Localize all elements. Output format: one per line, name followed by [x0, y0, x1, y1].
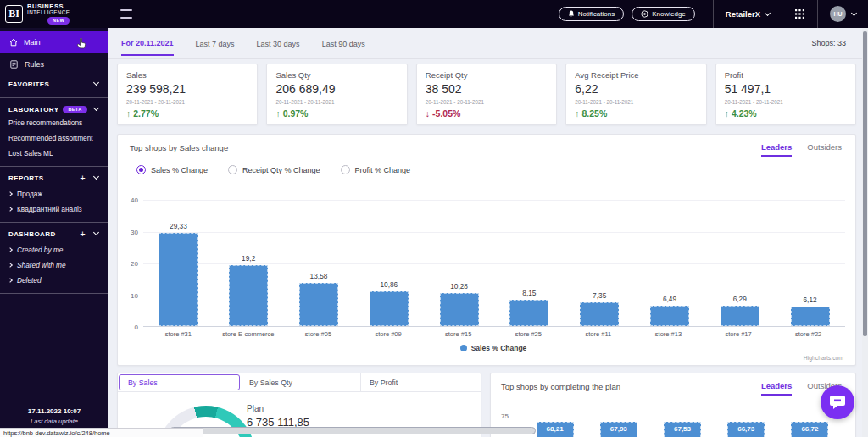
bar[interactable]	[229, 265, 268, 326]
chat-widget-button[interactable]	[821, 385, 854, 419]
horizontal-scrollbar[interactable]	[170, 427, 536, 434]
sales-change-chart-card: Top shops by Sales change Leaders Outsid…	[117, 134, 856, 366]
leaders-outsiders-tabs: Leaders Outsiders	[761, 142, 842, 157]
x-axis-label[interactable]: store E-commerce	[214, 330, 284, 338]
bar[interactable]: 66,73	[727, 422, 765, 437]
sidebar-item-quadrant-analysis[interactable]: Квадрантний аналіз	[0, 203, 108, 215]
sidebar-item-sales-report[interactable]: Продаж	[0, 188, 108, 200]
radio-label: Profit % Change	[355, 166, 411, 174]
x-axis-label[interactable]: store #31	[143, 330, 214, 338]
sidebar-section-reports[interactable]: REPORTS +	[0, 170, 108, 185]
bar-group[interactable]: 19,2	[214, 199, 284, 326]
radio-sales-pct-change[interactable]: Sales % Change	[136, 165, 208, 174]
radio-selected-icon	[136, 165, 146, 174]
kpi-card-profit[interactable]: Profit 51 497,1 20-11-2021 - 20-11-2021 …	[715, 64, 856, 125]
kpi-card-sales[interactable]: Sales 239 598,21 20-11-2021 - 20-11-2021…	[117, 64, 258, 125]
vertical-scrollbar-track[interactable]	[862, 28, 868, 437]
kpi-card-receipt-qty[interactable]: Receipt Qty 38 502 20-11-2021 - 20-11-20…	[416, 64, 557, 125]
bar-group[interactable]: 29,33	[143, 199, 214, 326]
menu-toggle-icon[interactable]	[120, 9, 132, 19]
app-logo[interactable]: BI BUSINESS INTELLIGENCE NEW	[0, 0, 108, 28]
notifications-button[interactable]: Notifications	[559, 7, 625, 21]
tab-by-profit[interactable]: By Profit	[361, 373, 481, 391]
metric-radio-group: Sales % Change Receipt Qty % Change Prof…	[136, 165, 410, 174]
x-axis-label[interactable]: store #25	[493, 330, 564, 338]
sidebar-item-lost-sales-ml[interactable]: Lost Sales ML	[0, 147, 108, 159]
tab-by-sales[interactable]: By Sales	[119, 374, 240, 390]
knowledge-button[interactable]: Knowledge	[632, 7, 695, 21]
kpi-card-avg-receipt-price[interactable]: Avg Receipt Price 6,22 20-11-2021 - 20-1…	[565, 64, 706, 125]
tab-outsiders[interactable]: Outsiders	[807, 142, 842, 157]
bar[interactable]	[791, 307, 830, 326]
plan-completion-bars: 68,2167,9367,5366,7366,72	[523, 422, 842, 437]
bar[interactable]	[159, 233, 198, 326]
x-axis-label[interactable]: store #22	[773, 330, 843, 338]
sidebar-section-laboratory[interactable]: LABORATORY BETA	[0, 102, 108, 117]
date-tab-last-7-days[interactable]: Last 7 days	[196, 31, 235, 55]
tab-leaders[interactable]: Leaders	[761, 142, 792, 157]
bar[interactable]	[440, 293, 479, 326]
tab-leaders[interactable]: Leaders	[761, 381, 792, 396]
sidebar-item-main[interactable]: Main	[0, 31, 108, 53]
sidebar-item-created-by-me[interactable]: Created by me	[0, 244, 108, 256]
x-axis-label[interactable]: store #05	[283, 330, 353, 338]
user-menu[interactable]: HU	[817, 0, 868, 28]
bar-group[interactable]: 66,73	[715, 422, 778, 437]
bar[interactable]: 67,53	[664, 422, 701, 437]
bar[interactable]	[299, 283, 338, 326]
bar-group[interactable]: 6,12	[775, 199, 845, 326]
radio-receipt-qty-pct-change[interactable]: Receipt Qty % Change	[228, 165, 320, 174]
x-axis-label[interactable]: store #13	[633, 330, 704, 338]
chevron-down-icon	[851, 9, 857, 15]
sidebar-item-label: Lost Sales ML	[8, 149, 53, 158]
x-axis-label[interactable]: store #17	[704, 330, 774, 338]
bar-group[interactable]: 66,72	[778, 422, 842, 437]
shops-count: Shops: 33	[811, 39, 846, 47]
chart-legend[interactable]: Sales % Change	[143, 344, 843, 352]
date-filter-row: For 20.11.2021 Last 7 days Last 30 days …	[108, 28, 868, 59]
sidebar-section-dashboard[interactable]: DASHBOARD +	[0, 226, 108, 241]
kpi-card-sales-qty[interactable]: Sales Qty 206 689,49 20-11-2021 - 20-11-…	[266, 64, 407, 125]
bar[interactable]	[650, 306, 689, 326]
sidebar-item-rules[interactable]: Rules	[0, 54, 108, 74]
bar[interactable]	[580, 302, 619, 326]
retailer-dropdown[interactable]: RetailerX	[713, 0, 782, 28]
bar[interactable]: 67,93	[600, 422, 637, 437]
bar[interactable]	[721, 306, 760, 326]
bar-group[interactable]: 6,49	[635, 199, 705, 326]
bar-group[interactable]: 6,29	[704, 199, 775, 326]
add-dashboard-button[interactable]: +	[80, 229, 86, 239]
bar[interactable]: 66,72	[791, 422, 828, 437]
bar-group[interactable]: 10,28	[424, 199, 494, 326]
plan-label: Plan	[247, 404, 264, 413]
tab-by-sales-qty[interactable]: By Sales Qty	[241, 373, 361, 391]
sidebar-section-favorites[interactable]: FAVORITES	[0, 76, 108, 91]
sidebar-item-recommended-assortment[interactable]: Recommended assortment	[0, 132, 108, 144]
date-tab-last-30-days[interactable]: Last 30 days	[257, 31, 300, 55]
x-axis-label[interactable]: store #15	[423, 330, 493, 338]
date-tab-for-date[interactable]: For 20.11.2021	[121, 30, 174, 56]
sidebar-item-shared-with-me[interactable]: Shared with me	[0, 259, 108, 271]
topbar: BI BUSINESS INTELLIGENCE NEW Notificatio…	[0, 0, 868, 28]
add-report-button[interactable]: +	[80, 173, 86, 183]
radio-profit-pct-change[interactable]: Profit % Change	[341, 165, 411, 174]
bar-group[interactable]: 7,35	[565, 199, 635, 326]
bar-group[interactable]: 10,86	[353, 199, 424, 326]
sidebar-item-deleted[interactable]: Deleted	[0, 274, 108, 286]
apps-grid-button[interactable]	[782, 0, 817, 28]
vertical-scrollbar-thumb[interactable]	[863, 31, 867, 336]
bar[interactable]	[370, 291, 409, 326]
bar-group[interactable]: 13,58	[284, 199, 354, 326]
bar-group[interactable]: 67,93	[587, 422, 650, 437]
bar[interactable]	[509, 300, 548, 326]
sidebar-item-price-recommendations[interactable]: Price recommendations	[0, 117, 108, 129]
date-tab-last-90-days[interactable]: Last 90 days	[322, 31, 365, 55]
x-axis-label[interactable]: store #09	[353, 330, 424, 338]
bar-group[interactable]: 67,53	[650, 422, 714, 437]
highcharts-credits[interactable]: Highcharts.com	[804, 355, 843, 361]
bar-group[interactable]: 8,15	[494, 199, 565, 326]
x-axis-label[interactable]: store #11	[564, 330, 634, 338]
bar[interactable]: 68,21	[537, 422, 574, 437]
rules-icon	[10, 60, 18, 69]
radio-label: Sales % Change	[151, 166, 208, 174]
